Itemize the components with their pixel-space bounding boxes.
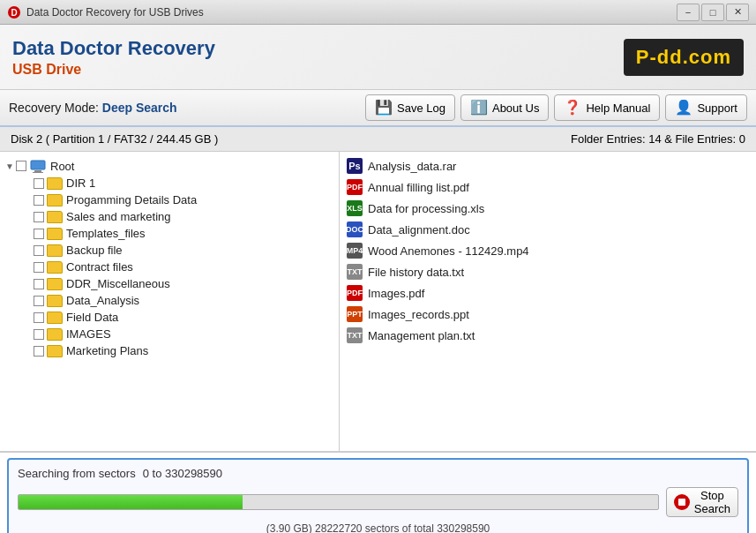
file-item[interactable]: PPT Images_records.ppt — [340, 304, 756, 325]
file-type-icon: DOC — [347, 221, 363, 237]
file-name: File history data.txt — [368, 266, 464, 279]
recovery-mode-label: Recovery Mode: — [9, 101, 99, 115]
tree-item[interactable]: DDR_Miscellaneous — [0, 275, 339, 292]
disk-info-right: Folder Entries: 14 & File Entries: 0 — [571, 132, 745, 146]
file-type-icon: PPT — [347, 306, 363, 322]
disk-info-bar: Disk 2 ( Partition 1 / FAT32 / 244.45 GB… — [0, 127, 756, 152]
file-item[interactable]: XLS Data for processing.xls — [340, 198, 756, 219]
root-label: Root — [50, 160, 74, 173]
brand-logo: P-dd.com — [624, 39, 744, 76]
tree-checkbox[interactable] — [34, 312, 44, 323]
tree-item-label: DIR 1 — [66, 176, 95, 190]
tree-item-label: IMAGES — [66, 327, 111, 341]
tree-item[interactable]: Progamming Details Data — [0, 191, 339, 208]
stop-search-button[interactable]: StopSearch — [666, 487, 738, 517]
disk-info-left: Disk 2 ( Partition 1 / FAT32 / 244.45 GB… — [11, 132, 218, 146]
svg-text:D: D — [11, 8, 17, 18]
title-bar: D Data Doctor Recovery for USB Drives − … — [0, 0, 756, 25]
progress-bar-fill — [19, 495, 243, 509]
help-manual-button[interactable]: ❓ Help Manual — [554, 94, 660, 121]
app-header: Data Doctor Recovery USB Drive P-dd.com — [0, 25, 756, 90]
tree-item-label: Field Data — [66, 311, 118, 324]
file-item[interactable]: TXT Management plan.txt — [340, 325, 756, 346]
tree-checkbox[interactable] — [34, 245, 44, 256]
tree-panel[interactable]: ▼ Root DIR 1 Progamming Details Data — [0, 152, 340, 451]
file-type-icon: MP4 — [347, 243, 363, 259]
svg-rect-4 — [33, 172, 43, 173]
file-item[interactable]: Ps Analysis_data.rar — [340, 155, 756, 176]
tree-item-label: Contract files — [66, 260, 133, 274]
tree-item[interactable]: Sales and marketing — [0, 208, 339, 225]
file-item[interactable]: PDF Images.pdf — [340, 282, 756, 304]
tree-checkbox[interactable] — [34, 279, 44, 289]
support-button[interactable]: 👤 Support — [665, 94, 747, 121]
close-button[interactable]: ✕ — [726, 4, 749, 21]
save-log-icon: 💾 — [375, 101, 393, 115]
tree-item[interactable]: Field Data — [0, 309, 339, 326]
save-log-button[interactable]: 💾 Save Log — [365, 94, 455, 121]
toolbar: Recovery Mode: Deep Search 💾 Save Log ℹ️… — [0, 90, 756, 127]
about-us-label: About Us — [492, 101, 539, 115]
tree-item[interactable]: Data_Analysis — [0, 292, 339, 309]
recovery-mode: Recovery Mode: Deep Search — [9, 101, 360, 115]
tree-item[interactable]: Templates_files — [0, 225, 339, 242]
file-type-icon: TXT — [347, 264, 363, 280]
file-item[interactable]: MP4 Wood Anemones - 112429.mp4 — [340, 240, 756, 261]
tree-checkbox[interactable] — [34, 229, 44, 239]
tree-items-container: DIR 1 Progamming Details Data Sales and … — [0, 175, 339, 359]
tree-item-label: Data_Analysis — [66, 294, 139, 307]
tree-checkbox[interactable] — [34, 262, 44, 273]
tree-item[interactable]: Backup file — [0, 242, 339, 259]
help-icon: ❓ — [564, 101, 581, 115]
tree-item[interactable]: Contract files — [0, 259, 339, 275]
brand-left: Data Doctor Recovery USB Drive — [12, 37, 215, 78]
file-item[interactable]: DOC Data_alignment.doc — [340, 219, 756, 240]
support-icon: 👤 — [675, 101, 692, 115]
tree-item-label: Progamming Details Data — [66, 193, 197, 206]
tree-item[interactable]: Marketing Plans — [0, 342, 339, 359]
recovery-mode-value: Deep Search — [102, 101, 177, 115]
file-panel[interactable]: Ps Analysis_data.rar PDF Annual filling … — [340, 152, 756, 451]
minimize-button[interactable]: − — [677, 4, 700, 21]
bottom-section: Searching from sectors 0 to 330298590 St… — [0, 452, 756, 533]
help-manual-label: Help Manual — [586, 101, 650, 115]
search-label: Searching from sectors — [18, 467, 136, 480]
window-controls: − □ ✕ — [677, 4, 749, 21]
about-us-button[interactable]: ℹ️ About Us — [460, 94, 549, 121]
tree-item-label: Sales and marketing — [66, 210, 171, 223]
progress-bar-container — [18, 494, 659, 510]
tree-item-label: Templates_files — [66, 227, 146, 240]
file-name: Data for processing.xls — [368, 202, 484, 215]
tree-item-label: DDR_Miscellaneous — [66, 277, 170, 290]
tree-item[interactable]: IMAGES — [0, 326, 339, 342]
file-item[interactable]: TXT File history data.txt — [340, 261, 756, 282]
tree-checkbox[interactable] — [34, 296, 44, 306]
tree-checkbox[interactable] — [34, 346, 44, 357]
tree-item-label: Marketing Plans — [66, 344, 148, 357]
support-label: Support — [697, 101, 737, 115]
sector-info: (3.90 GB) 28222720 sectors of total 3302… — [18, 522, 738, 533]
root-checkbox[interactable] — [16, 161, 26, 171]
progress-panel: Searching from sectors 0 to 330298590 St… — [7, 458, 749, 533]
tree-checkbox[interactable] — [34, 195, 44, 206]
file-type-icon: TXT — [347, 327, 363, 343]
tree-item[interactable]: DIR 1 — [0, 175, 339, 191]
file-type-icon: XLS — [347, 200, 363, 216]
svg-rect-2 — [31, 161, 45, 169]
file-item[interactable]: PDF Annual filling list.pdf — [340, 176, 756, 198]
about-us-icon: ℹ️ — [470, 101, 488, 115]
save-log-label: Save Log — [397, 101, 445, 115]
tree-checkbox[interactable] — [34, 212, 44, 222]
progress-row: StopSearch — [18, 487, 738, 517]
tree-checkbox[interactable] — [34, 178, 44, 189]
file-name: Images_records.ppt — [368, 308, 469, 321]
file-name: Data_alignment.doc — [368, 223, 470, 236]
window-title: Data Doctor Recovery for USB Drives — [26, 6, 677, 19]
maximize-button[interactable]: □ — [701, 4, 724, 21]
app-icon: D — [7, 5, 21, 19]
tree-checkbox[interactable] — [34, 329, 44, 340]
brand-subtitle: USB Drive — [12, 62, 215, 78]
file-name: Analysis_data.rar — [368, 160, 456, 173]
tree-root[interactable]: ▼ Root — [0, 157, 339, 175]
search-range: 0 to 330298590 — [143, 467, 222, 480]
